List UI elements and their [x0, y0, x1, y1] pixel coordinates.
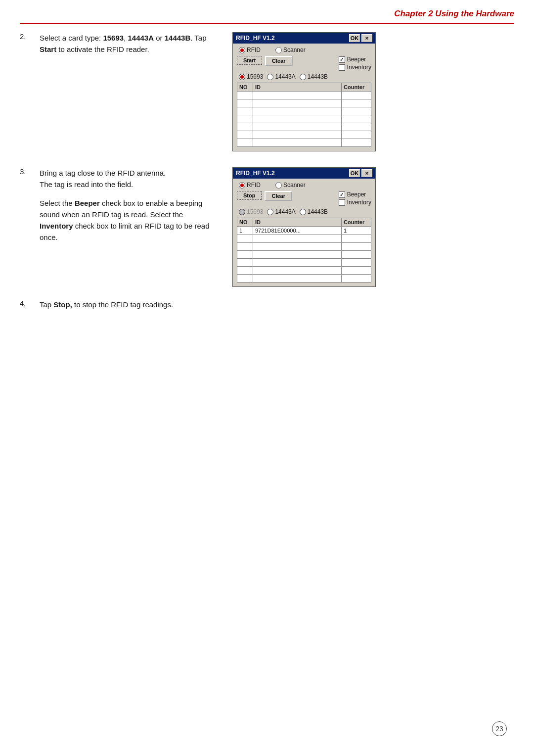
step-4-row: 4. Tap Stop, to stop the RFID tag readin…: [20, 299, 514, 310]
col-counter-1: Counter: [342, 83, 371, 92]
step-2-text: Select a card type: 15693, 14443A or 144…: [40, 32, 232, 55]
col-no-2: NO: [237, 218, 253, 227]
mode-radio-row-1: RFID Scanner: [237, 47, 371, 53]
rfid-dialog-2: RFID_HF V1.2 OK × RFID: [232, 167, 376, 287]
scanner-radio-circle-2: [275, 182, 282, 189]
rfid-table-1: NO ID Counter: [237, 83, 371, 147]
ok-button-2[interactable]: OK: [349, 169, 360, 177]
inventory-checkbox-2[interactable]: Inventory: [339, 199, 371, 206]
scanner-radio-2[interactable]: Scanner: [275, 182, 306, 189]
card-14443a-1[interactable]: 14443A: [267, 73, 295, 80]
table-row-1: 1 9721D81E00000... 1: [237, 227, 371, 235]
chapter-heading: Chapter 2 Using the Hardware: [394, 9, 514, 19]
step-3-number: 3.: [20, 167, 40, 176]
step-3-sub-text: Select the Beeper check box to enable a …: [40, 197, 222, 243]
step-2-row: 2. Select a card type: 15693, 14443A or …: [20, 32, 514, 151]
card-14443b-circle-2: [300, 209, 306, 215]
clear-button-2[interactable]: Clear: [265, 191, 292, 201]
col-no-1: NO: [237, 83, 253, 92]
card-14443a-circle-1: [267, 74, 273, 80]
ok-button-1[interactable]: OK: [349, 34, 360, 42]
close-button-2[interactable]: ×: [361, 169, 372, 177]
beeper-checkbox-2[interactable]: Beeper: [339, 191, 371, 198]
col-id-2: ID: [253, 218, 342, 227]
rfid-titlebar-2: RFID_HF V1.2 OK ×: [233, 168, 375, 179]
chapter-header-line: [20, 23, 514, 24]
checkboxes-1: Beeper Inventory: [339, 56, 371, 71]
card-14443b-circle-1: [300, 74, 306, 80]
rfid-title-2: RFID_HF V1.2: [236, 170, 275, 177]
cardtype-row-1: 15693 14443A 14443B: [237, 73, 371, 80]
checkboxes-2: Beeper Inventory: [339, 191, 371, 206]
rfid-radio-circle-2: [239, 182, 245, 189]
start-button-1[interactable]: Start: [237, 56, 262, 65]
rfid-table-2: NO ID Counter 1 9721D81E00000... 1: [237, 218, 371, 283]
mode-radio-row-2: RFID Scanner: [237, 182, 371, 189]
step-3-section: 3. Bring a tag close to the RFID antenna…: [20, 167, 514, 287]
card-14443b-1[interactable]: 14443B: [300, 73, 328, 80]
rfid-radio-2[interactable]: RFID: [239, 182, 261, 189]
rfid-title-1: RFID_HF V1.2: [236, 35, 275, 42]
card-15693-circle-1: [239, 74, 245, 80]
clear-button-1[interactable]: Clear: [265, 56, 293, 66]
card-15693-1[interactable]: 15693: [239, 73, 263, 80]
page-number: 23: [492, 721, 507, 736]
beeper-check-box-1: [339, 56, 345, 63]
stop-button-2[interactable]: Stop: [237, 191, 262, 200]
close-button-1[interactable]: ×: [361, 34, 372, 42]
step-3-main-text: Bring a tag close to the RFID antenna. T…: [40, 167, 222, 190]
rfid-radio-1[interactable]: RFID: [239, 47, 261, 53]
rfid-dialog-1: RFID_HF V1.2 OK × RFID Scanner: [232, 32, 376, 151]
card-14443a-2[interactable]: 14443A: [267, 208, 295, 215]
step-4-number: 4.: [20, 299, 40, 307]
inventory-check-box-1: [339, 64, 345, 71]
step-4-text: Tap Stop, to stop the RFID tag readings.: [40, 299, 232, 310]
card-14443b-2[interactable]: 14443B: [300, 208, 328, 215]
scanner-radio-1[interactable]: Scanner: [275, 47, 306, 53]
card-15693-2[interactable]: 15693: [239, 208, 263, 215]
rfid-radio-circle-1: [239, 47, 245, 53]
step-2-number: 2.: [20, 32, 40, 41]
card-14443a-circle-2: [267, 209, 273, 215]
inventory-check-box-2: [339, 199, 345, 206]
scanner-radio-circle-1: [275, 47, 282, 53]
col-id-1: ID: [253, 83, 342, 92]
cardtype-row-2: 15693 14443A 14443B: [237, 208, 371, 215]
col-counter-2: Counter: [342, 218, 371, 227]
rfid-titlebar-1: RFID_HF V1.2 OK ×: [233, 33, 375, 44]
card-15693-circle-2: [239, 209, 245, 215]
beeper-checkbox-1[interactable]: Beeper: [339, 56, 371, 63]
beeper-check-box-2: [339, 191, 345, 198]
inventory-checkbox-1[interactable]: Inventory: [339, 64, 371, 71]
